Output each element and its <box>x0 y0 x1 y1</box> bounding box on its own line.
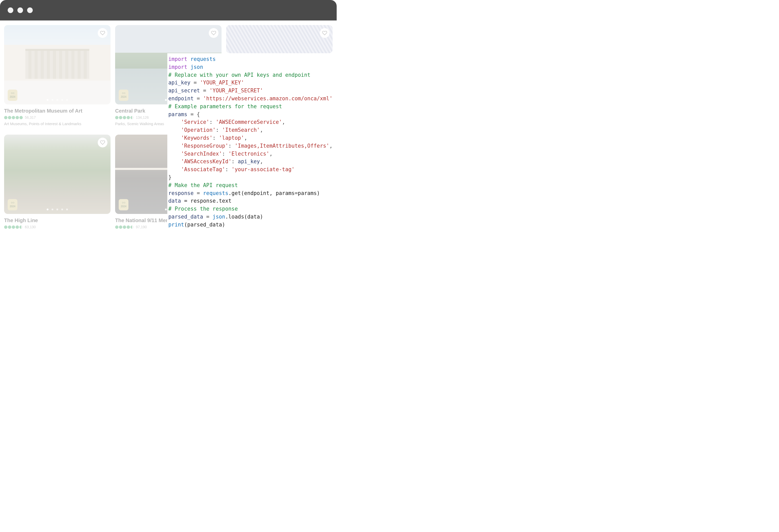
code-overlay: import requests import json # Replace wi… <box>167 53 337 234</box>
review-count: 63,130 <box>25 225 36 229</box>
code-block: import requests import json # Replace wi… <box>168 55 336 229</box>
travelers-choice-badge: 2024 <box>119 199 128 210</box>
traffic-light-close[interactable] <box>8 7 13 13</box>
favorite-button[interactable] <box>209 28 219 38</box>
heart-icon <box>100 31 105 36</box>
content-area: 2024 The Metropolitan Museum of Art 56,3… <box>0 20 337 234</box>
card-rating-row: 56,317 <box>4 115 111 119</box>
rating-bubbles <box>115 116 134 119</box>
carousel-dots[interactable] <box>47 209 68 210</box>
owl-icon <box>10 202 15 205</box>
card-image[interactable]: 2024 <box>4 135 111 214</box>
badge-year: 2024 <box>10 96 15 98</box>
heart-icon <box>322 31 327 36</box>
card-image[interactable] <box>226 25 333 53</box>
favorite-button[interactable] <box>98 138 108 147</box>
travelers-choice-badge: 2024 <box>8 199 17 210</box>
rating-bubbles <box>115 226 134 229</box>
travelers-choice-badge: 2024 <box>119 90 128 101</box>
heart-icon <box>100 140 105 145</box>
browser-window: 2024 The Metropolitan Museum of Art 56,3… <box>0 0 337 234</box>
badge-year: 2024 <box>10 205 15 208</box>
rating-bubbles <box>4 116 23 119</box>
review-count: 134,126 <box>136 115 149 119</box>
owl-icon <box>121 93 126 96</box>
carousel-dots[interactable] <box>47 99 68 101</box>
card-rating-row: 63,130 <box>4 225 111 229</box>
browser-titlebar <box>0 0 337 20</box>
owl-icon <box>121 202 126 205</box>
card-title: The High Line <box>4 218 111 223</box>
review-count: 97,190 <box>136 225 147 229</box>
travelers-choice-badge: 2024 <box>8 90 17 101</box>
card-title: The Metropolitan Museum of Art <box>4 108 111 114</box>
attraction-card[interactable]: 2024 The High Line 63,130 <box>4 135 111 229</box>
card-categories: Art Museums, Points of Interest & Landma… <box>4 122 111 126</box>
badge-year: 2024 <box>121 205 126 208</box>
traffic-light-zoom[interactable] <box>27 7 33 13</box>
rating-bubbles <box>4 226 23 229</box>
owl-icon <box>10 93 15 96</box>
card-image[interactable]: 2024 <box>4 25 111 104</box>
favorite-button[interactable] <box>98 28 108 38</box>
favorite-button[interactable] <box>320 28 329 38</box>
review-count: 56,317 <box>25 115 36 119</box>
heart-icon <box>211 31 216 36</box>
badge-year: 2024 <box>121 96 126 98</box>
traffic-light-minimize[interactable] <box>17 7 23 13</box>
attraction-card[interactable]: 2024 The Metropolitan Museum of Art 56,3… <box>4 25 111 126</box>
